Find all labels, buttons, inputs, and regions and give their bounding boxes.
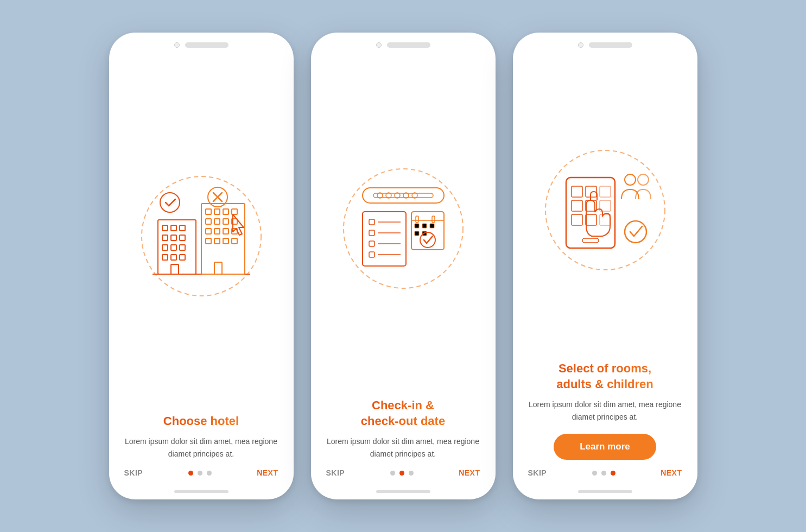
- phone-top-bar-2: [311, 33, 496, 53]
- phone-content-2: Check-in & check-out date Lorem ipsum do…: [311, 398, 496, 460]
- icon-area-3: [529, 53, 681, 361]
- skip-2[interactable]: SKIP: [326, 468, 345, 477]
- camera-2: [376, 42, 382, 48]
- svg-rect-77: [582, 238, 599, 243]
- dot-3-3: [611, 471, 615, 476]
- dot-2-2: [399, 471, 404, 476]
- home-bar-1: [174, 490, 229, 493]
- svg-rect-30: [214, 238, 220, 244]
- dot-2-1: [390, 471, 395, 476]
- phone-description-3: Lorem ipsum dolor sit dim amet, mea regi…: [528, 398, 682, 423]
- svg-point-80: [625, 221, 646, 243]
- phone-top-bar-1: [109, 33, 294, 53]
- hotel-icon-circle: [136, 171, 266, 301]
- icon-area-1: [125, 53, 277, 414]
- phone-title-1: Choose hotel: [163, 414, 239, 429]
- phone-content-3: Select of rooms, adults & children Lorem…: [513, 361, 697, 460]
- skip-1[interactable]: SKIP: [124, 468, 143, 477]
- svg-rect-71: [572, 200, 582, 211]
- dot-3-1: [592, 471, 597, 476]
- svg-rect-22: [214, 219, 220, 224]
- phone-description-1: Lorem ipsum dolor sit dim amet, mea regi…: [124, 435, 278, 460]
- dots-2: [390, 471, 414, 476]
- svg-rect-19: [223, 209, 229, 214]
- svg-rect-20: [232, 209, 237, 214]
- svg-rect-31: [223, 238, 229, 244]
- camera-3: [578, 42, 583, 48]
- svg-rect-14: [171, 264, 179, 274]
- svg-rect-3: [171, 225, 176, 231]
- dot-1-2: [198, 471, 202, 476]
- calendar-icon-circle: [338, 163, 468, 294]
- svg-rect-48: [369, 219, 375, 225]
- phone-content-1: Choose hotel Lorem ipsum dolor sit dim a…: [109, 414, 294, 460]
- svg-rect-10: [180, 245, 185, 250]
- svg-rect-74: [572, 214, 582, 225]
- svg-rect-25: [206, 229, 211, 234]
- hotel-icon: [147, 182, 256, 290]
- phone-bottom-1: SKIP NEXT: [109, 460, 294, 490]
- svg-rect-60: [415, 224, 419, 228]
- svg-rect-21: [206, 219, 211, 224]
- learn-more-button[interactable]: Learn more: [554, 434, 656, 460]
- next-1[interactable]: NEXT: [257, 468, 278, 477]
- phone-bottom-2: SKIP NEXT: [311, 460, 496, 490]
- svg-rect-54: [369, 252, 375, 257]
- svg-rect-52: [369, 241, 375, 246]
- svg-rect-67: [566, 178, 615, 248]
- svg-rect-63: [415, 231, 419, 236]
- svg-rect-59: [432, 216, 435, 223]
- svg-point-65: [420, 232, 435, 248]
- svg-rect-27: [223, 229, 229, 234]
- svg-rect-23: [223, 219, 229, 224]
- dots-1: [188, 471, 212, 476]
- svg-rect-29: [206, 238, 211, 244]
- next-3[interactable]: NEXT: [661, 468, 682, 477]
- svg-point-34: [160, 193, 180, 212]
- svg-rect-62: [430, 224, 434, 228]
- svg-rect-68: [572, 186, 582, 197]
- svg-rect-76: [600, 214, 611, 225]
- svg-rect-13: [180, 255, 185, 260]
- phone-description-2: Lorem ipsum dolor sit dim amet, mea regi…: [326, 435, 480, 460]
- phone-title-3: Select of rooms, adults & children: [556, 361, 653, 392]
- phone-bottom-3: SKIP NEXT: [513, 460, 697, 490]
- svg-rect-32: [232, 238, 237, 244]
- dot-2-3: [409, 471, 414, 476]
- home-bar-2: [376, 490, 430, 493]
- svg-rect-61: [422, 224, 427, 228]
- next-2[interactable]: NEXT: [459, 468, 480, 477]
- phone-2: Check-in & check-out date Lorem ipsum do…: [311, 33, 496, 499]
- svg-rect-7: [180, 235, 185, 240]
- home-bar-3: [578, 490, 632, 493]
- svg-rect-75: [586, 214, 596, 225]
- phone-1: Choose hotel Lorem ipsum dolor sit dim a…: [109, 33, 294, 499]
- svg-rect-8: [162, 245, 168, 250]
- calendar-icon: [352, 177, 455, 280]
- speaker-1: [185, 42, 229, 48]
- svg-rect-11: [162, 255, 168, 260]
- dots-3: [592, 471, 615, 476]
- dot-1-3: [207, 471, 212, 476]
- svg-rect-4: [180, 225, 185, 231]
- svg-rect-50: [369, 230, 375, 236]
- phone-3: Select of rooms, adults & children Lorem…: [513, 33, 697, 499]
- svg-rect-56: [411, 212, 444, 250]
- svg-point-79: [638, 174, 649, 185]
- svg-rect-6: [171, 235, 176, 240]
- camera-1: [174, 42, 180, 48]
- speaker-3: [589, 42, 632, 48]
- speaker-2: [387, 42, 430, 48]
- svg-rect-12: [171, 255, 176, 260]
- svg-rect-58: [416, 216, 418, 223]
- svg-rect-33: [214, 262, 222, 274]
- svg-rect-5: [162, 235, 168, 240]
- rooms-icon: [551, 156, 659, 264]
- dot-3-2: [601, 471, 606, 476]
- svg-rect-18: [214, 209, 220, 214]
- phone-title-2: Check-in & check-out date: [361, 398, 445, 429]
- svg-rect-9: [171, 245, 176, 250]
- skip-3[interactable]: SKIP: [528, 468, 547, 477]
- phone-top-bar-3: [513, 33, 697, 53]
- svg-rect-70: [600, 186, 611, 197]
